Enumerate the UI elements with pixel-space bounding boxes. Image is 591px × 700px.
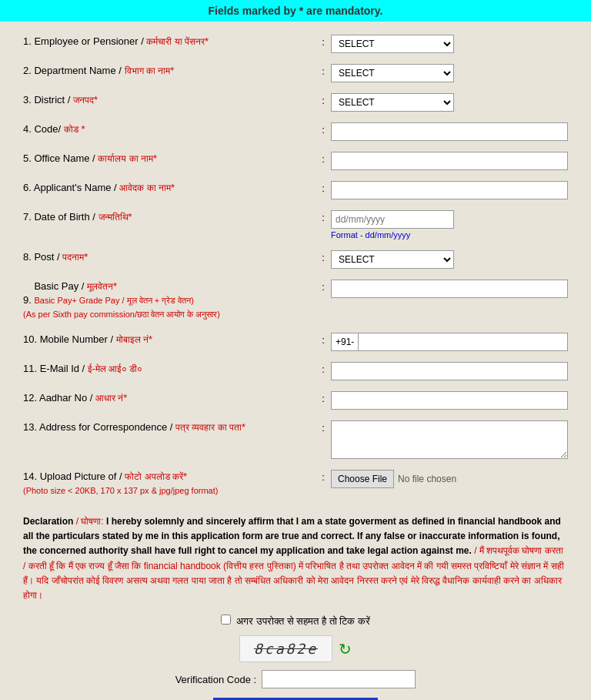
form-row-4: 4. Code/ कोड * :: [23, 117, 568, 146]
code-input[interactable]: [331, 122, 568, 141]
captcha-value: 8ca82e: [254, 641, 318, 657]
field-7-input: Format - dd/mm/yyyy: [331, 210, 568, 239]
office-name-input[interactable]: [331, 152, 568, 170]
applicant-name-input[interactable]: [331, 181, 568, 199]
colon-1: :: [316, 35, 331, 48]
agreement-row: अगर उपरोक्त से सहमत है तो टिक करें: [23, 615, 568, 628]
field-10-input: +91-: [331, 333, 568, 351]
colon-4: :: [316, 122, 331, 136]
declaration-title-hindi: / घोषणा:: [76, 516, 104, 527]
field-1-label: 1. Employee or Pensioner / कर्मचारी या प…: [23, 35, 316, 49]
field-4-input: [331, 122, 568, 141]
field-6-label: 6. Applicant's Name / आवेदक का नाम*: [23, 181, 316, 195]
declaration-title: Declaration: [23, 516, 73, 527]
verification-label: Verification Code :: [175, 674, 416, 685]
field-6-input: [331, 181, 568, 199]
colon-8: :: [316, 250, 331, 263]
mobile-row: +91-: [331, 333, 568, 351]
form-row-9: Basic Pay / मूलवेतन* 9. Basic Pay+ Grade…: [23, 274, 568, 327]
basic-pay-input[interactable]: [331, 280, 568, 298]
colon-14: :: [316, 470, 331, 483]
field-4-label: 4. Code/ कोड *: [23, 122, 316, 136]
field-5-label: 5. Office Name / कार्यालय का नाम*: [23, 152, 316, 166]
colon-6: :: [316, 181, 331, 194]
colon-10: :: [316, 333, 331, 346]
field-13-label: 13. Address for Correspondence / पत्र व्…: [23, 420, 316, 434]
field-12-input: [331, 391, 568, 410]
field-9-input: [331, 280, 568, 298]
no-file-text: No file chosen: [398, 474, 456, 484]
form-row-13: 13. Address for Correspondence / पत्र व्…: [23, 415, 568, 464]
form-row-7: 7. Date of Birth / जन्मतिथि* : Format - …: [23, 205, 568, 245]
address-textarea[interactable]: [331, 420, 568, 459]
verification-label-text: Verification Code :: [175, 674, 257, 685]
colon-11: :: [316, 362, 331, 375]
field-3-input: SELECT: [331, 93, 568, 112]
banner-text: Fields marked by * are mandatory.: [209, 5, 383, 17]
post-select[interactable]: SELECT: [331, 250, 454, 269]
colon-7: :: [316, 210, 331, 223]
verification-code-input[interactable]: [262, 670, 416, 688]
agreement-label[interactable]: अगर उपरोक्त से सहमत है तो टिक करें: [221, 615, 370, 627]
form-row-2: 2. Department Name / विभाग का नाम* : SEL…: [23, 59, 568, 88]
field-5-input: [331, 152, 568, 170]
agreement-checkbox[interactable]: [221, 615, 231, 625]
email-input[interactable]: [331, 362, 568, 380]
declaration-box: Declaration / घोषणा: I hereby solemnly a…: [23, 514, 568, 603]
form-container: 1. Employee or Pensioner / कर्मचारी या प…: [0, 22, 591, 700]
captcha-row: 8ca82e ↻: [23, 635, 568, 662]
field-1-input: SELECT: [331, 35, 568, 53]
colon-12: :: [316, 391, 331, 404]
top-banner: Fields marked by * are mandatory.: [0, 0, 591, 22]
field-14-label: 14. Upload Picture of / फोटो अपलोड करें*…: [23, 470, 316, 497]
dob-hint: Format - dd/mm/yyyy: [331, 230, 568, 239]
form-row-8: 8. Post / पदनाम* : SELECT: [23, 245, 568, 274]
form-row-10: 10. Mobile Number / मोबाइल नं* : +91-: [23, 327, 568, 357]
colon-3: :: [316, 93, 331, 106]
form-row-1: 1. Employee or Pensioner / कर्मचारी या प…: [23, 29, 568, 59]
field-14-input: Choose File No file chosen: [331, 470, 568, 488]
refresh-captcha-icon[interactable]: ↻: [339, 640, 352, 658]
form-row-14: 14. Upload Picture of / फोटो अपलोड करें*…: [23, 464, 568, 503]
colon-13: :: [316, 420, 331, 434]
field-11-input: [331, 362, 568, 380]
aadhar-input[interactable]: [331, 391, 568, 410]
colon-5: :: [316, 152, 331, 165]
field-13-input: [331, 420, 568, 459]
captcha-image: 8ca82e: [239, 635, 332, 662]
district-select[interactable]: SELECT: [331, 93, 454, 112]
field-9-label: Basic Pay / मूलवेतन* 9. Basic Pay+ Grade…: [23, 280, 316, 322]
form-row-5: 5. Office Name / कार्यालय का नाम* :: [23, 146, 568, 176]
field-10-label: 10. Mobile Number / मोबाइल नं*: [23, 333, 316, 347]
agreement-text: अगर उपरोक्त से सहमत है तो टिक करें: [236, 615, 369, 627]
colon-2: :: [316, 64, 331, 77]
employee-pensioner-select[interactable]: SELECT: [331, 35, 454, 53]
mobile-number-input[interactable]: [358, 333, 568, 351]
form-row-11: 11. E-Mail Id / ई-मेल आई० डी० :: [23, 357, 568, 386]
mobile-prefix: +91-: [331, 333, 358, 351]
field-8-label: 8. Post / पदनाम*: [23, 250, 316, 264]
department-select[interactable]: SELECT: [331, 64, 454, 82]
colon-9: :: [316, 280, 331, 293]
field-11-label: 11. E-Mail Id / ई-मेल आई० डी०: [23, 362, 316, 376]
field-2-input: SELECT: [331, 64, 568, 82]
field-3-label: 3. District / जनपद*: [23, 93, 316, 107]
field-2-label: 2. Department Name / विभाग का नाम*: [23, 64, 316, 78]
field-7-label: 7. Date of Birth / जन्मतिथि*: [23, 210, 316, 224]
field-12-label: 12. Aadhar No / आधार नं*: [23, 391, 316, 405]
dob-input[interactable]: [331, 210, 454, 229]
choose-file-button[interactable]: Choose File: [331, 470, 394, 488]
file-upload-row: Choose File No file chosen: [331, 470, 568, 488]
verification-row: Verification Code :: [23, 670, 568, 688]
form-row-12: 12. Aadhar No / आधार नं* :: [23, 386, 568, 415]
form-row-6: 6. Applicant's Name / आवेदक का नाम* :: [23, 176, 568, 205]
form-row-3: 3. District / जनपद* : SELECT: [23, 88, 568, 117]
field-8-input: SELECT: [331, 250, 568, 269]
